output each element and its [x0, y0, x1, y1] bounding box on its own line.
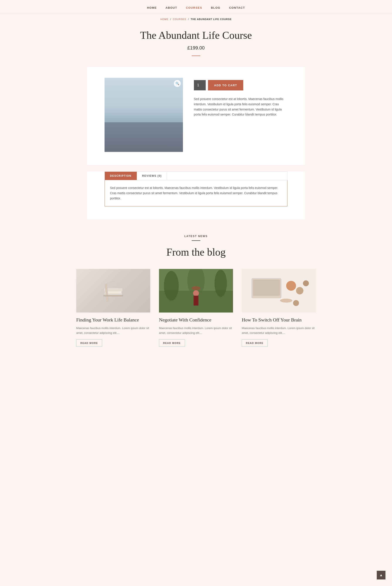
- product-price: £199.00: [4, 45, 388, 51]
- blog-img-garden: [159, 269, 233, 312]
- read-more-button-1[interactable]: READ MORE: [76, 339, 102, 347]
- blog-section: LATEST NEWS From the blog Finding Your W…: [0, 219, 392, 364]
- svg-point-18: [296, 287, 303, 294]
- breadcrumb-courses[interactable]: COURSES: [173, 18, 186, 21]
- product-details: ADD TO CART Sed posuere consectetur est …: [194, 78, 288, 152]
- zoom-icon[interactable]: 🔍: [174, 80, 181, 87]
- svg-rect-13: [194, 296, 198, 306]
- blog-image-2: [159, 269, 233, 312]
- nav-blog[interactable]: BLOG: [211, 6, 220, 9]
- blog-grid: Finding Your Work Life Balance Maecenas …: [76, 269, 316, 347]
- svg-point-12: [193, 290, 199, 296]
- blog-image-1: [76, 269, 150, 312]
- blog-post-excerpt-3: Maecenas faucibus mollis interdum. Lorem…: [242, 326, 316, 335]
- svg-rect-4: [104, 295, 123, 296]
- svg-point-20: [280, 299, 292, 303]
- svg-rect-16: [253, 280, 280, 296]
- product-title: The Abundant Life Course: [4, 29, 388, 41]
- tab-reviews[interactable]: REVIEWS (0): [137, 172, 167, 180]
- product-section: 🔍 ADD TO CART Sed posuere consectetur es…: [87, 67, 305, 165]
- tab-description[interactable]: DESCRIPTION: [105, 172, 137, 180]
- add-to-cart-button[interactable]: ADD TO CART: [208, 80, 243, 91]
- svg-point-21: [293, 300, 299, 306]
- read-more-button-2[interactable]: READ MORE: [159, 339, 185, 347]
- tab-description-text: Sed posuere consectetur est at lobortis.…: [110, 185, 282, 201]
- svg-point-8: [164, 271, 179, 301]
- svg-point-5: [109, 282, 118, 287]
- product-image: [104, 78, 183, 152]
- product-hero: The Abundant Life Course £199.00: [0, 23, 392, 67]
- read-more-button-3[interactable]: READ MORE: [242, 339, 268, 347]
- blog-post-excerpt-2: Maecenas faucibus mollis interdum. Lorem…: [159, 326, 233, 335]
- breadcrumb: HOME / COURSES / THE ABUNDANT LIFE COURS…: [0, 14, 392, 23]
- breadcrumb-current: THE ABUNDANT LIFE COURSE: [190, 18, 232, 21]
- nav-courses[interactable]: COURSES: [186, 6, 202, 9]
- quantity-input[interactable]: [194, 80, 206, 91]
- breadcrumb-home[interactable]: HOME: [160, 18, 168, 21]
- svg-point-9: [214, 270, 227, 297]
- tabs-section: DESCRIPTION REVIEWS (0) Sed posuere cons…: [87, 172, 305, 219]
- accessories-illustration: [242, 269, 316, 312]
- nav-about[interactable]: ABOUT: [166, 6, 177, 9]
- product-description: Sed posuere consectetur est at lobortis.…: [194, 97, 288, 117]
- blog-post-title-3: How To Switch Off Your Brain: [242, 317, 316, 323]
- hero-divider: [192, 56, 200, 56]
- nav-links: HOME ABOUT COURSES BLOG CONTACT: [0, 6, 392, 9]
- blog-image-3: [242, 269, 316, 312]
- main-nav: HOME ABOUT COURSES BLOG CONTACT: [0, 0, 392, 14]
- blog-card-2: Negotiate With Confidence Maecenas fauci…: [159, 269, 233, 347]
- blog-card-3: How To Switch Off Your Brain Maecenas fa…: [242, 269, 316, 347]
- nav-contact[interactable]: CONTACT: [229, 6, 245, 9]
- beach-scene-graphic: [104, 78, 183, 152]
- nav-home[interactable]: HOME: [147, 6, 157, 9]
- books-illustration: [100, 280, 126, 302]
- tabs-bar: DESCRIPTION REVIEWS (0): [104, 172, 288, 180]
- blog-img-accessories: [242, 269, 316, 312]
- tab-content-description: Sed posuere consectetur est at lobortis.…: [104, 180, 288, 206]
- blog-card-1: Finding Your Work Life Balance Maecenas …: [76, 269, 150, 347]
- blog-post-title-1: Finding Your Work Life Balance: [76, 317, 150, 323]
- blog-img-books: [76, 269, 150, 312]
- blog-post-title-2: Negotiate With Confidence: [159, 317, 233, 323]
- garden-illustration: [159, 269, 233, 312]
- svg-point-17: [286, 281, 296, 291]
- blog-divider: [192, 240, 200, 241]
- product-image-wrap: 🔍: [104, 78, 183, 152]
- blog-section-label: LATEST NEWS: [18, 235, 374, 238]
- blog-post-excerpt-1: Maecenas faucibus mollis interdum. Lorem…: [76, 326, 150, 335]
- svg-point-19: [303, 280, 309, 286]
- svg-point-11: [192, 286, 200, 290]
- add-to-cart-row: ADD TO CART: [194, 80, 288, 91]
- blog-heading: From the blog: [18, 246, 374, 258]
